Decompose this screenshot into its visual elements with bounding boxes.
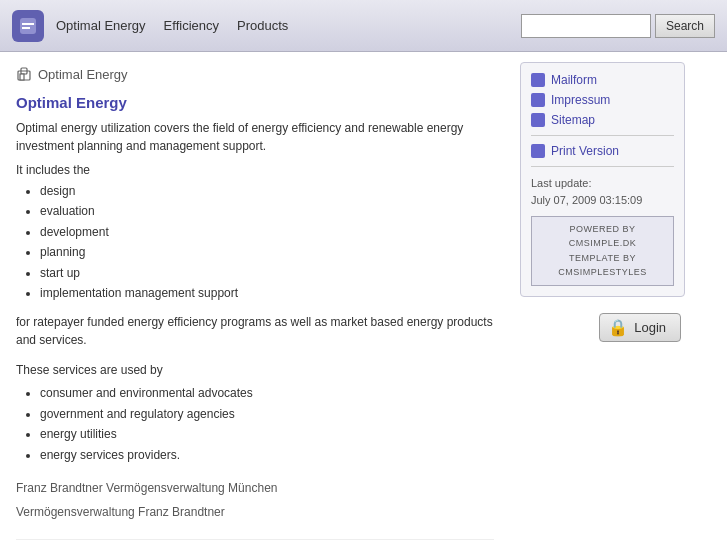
sidebar-nav-links: MailformImpressumSitemap <box>531 73 674 127</box>
sidebar-link[interactable]: Sitemap <box>531 113 674 127</box>
sidebar-link[interactable]: Mailform <box>531 73 674 87</box>
login-area: 🔒 Login <box>520 307 685 348</box>
services-text: These services are used by <box>16 363 494 377</box>
powered-by-line2: TEMPLATE BY CMSIMPLESTYLES <box>538 251 667 280</box>
login-label: Login <box>634 320 666 335</box>
sidebar-link-icon <box>531 73 545 87</box>
nav-home[interactable]: Optimal Energy <box>56 18 146 33</box>
sidebar-divider <box>531 135 674 136</box>
sidebar-link[interactable]: Impressum <box>531 93 674 107</box>
print-icon <box>531 144 545 158</box>
sidebar-link-label: Mailform <box>551 73 597 87</box>
sidebar-box: MailformImpressumSitemap Print Version L… <box>520 62 685 297</box>
sidebar: MailformImpressumSitemap Print Version L… <box>510 52 695 545</box>
feature-list-item: implementation management support <box>40 283 494 303</box>
svg-rect-5 <box>20 74 24 80</box>
feature-list-item: planning <box>40 242 494 262</box>
print-version-link[interactable]: Print Version <box>531 144 674 158</box>
sidebar-link-label: Impressum <box>551 93 610 107</box>
intro-text: Optimal energy utilization covers the fi… <box>16 119 494 155</box>
feature-list-item: development <box>40 222 494 242</box>
last-update: Last update: July 07, 2009 03:15:09 <box>531 175 674 208</box>
closing-text: for ratepayer funded energy efficiency p… <box>16 313 494 349</box>
services-list: consumer and environmental advocatesgove… <box>40 383 494 465</box>
main-content: Optimal Energy Optimal Energy Optimal en… <box>0 52 510 545</box>
header: Optimal Energy Efficiency Products Searc… <box>0 0 727 52</box>
last-update-date: July 07, 2009 03:15:09 <box>531 194 642 206</box>
login-button[interactable]: 🔒 Login <box>599 313 681 342</box>
sidebar-link-label: Sitemap <box>551 113 595 127</box>
feature-list-item: start up <box>40 263 494 283</box>
print-version-label: Print Version <box>551 144 619 158</box>
svg-rect-0 <box>20 18 36 34</box>
sidebar-divider2 <box>531 166 674 167</box>
sidebar-link-icon <box>531 113 545 127</box>
breadcrumb: Optimal Energy <box>16 66 494 82</box>
feature-list-item: evaluation <box>40 201 494 221</box>
powered-by-box: POWERED BY CMSIMPLE.DK TEMPLATE BY CMSIM… <box>531 216 674 286</box>
services-list-item: government and regulatory agencies <box>40 404 494 424</box>
credit1: Franz Brandtner Vermögensverwaltung Münc… <box>16 481 494 495</box>
nav-products[interactable]: Products <box>237 18 288 33</box>
last-update-label: Last update: <box>531 177 592 189</box>
related-links: Home Outdoor Lightingpipe leakMarcellus … <box>16 539 494 545</box>
includes-label: It includes the <box>16 163 494 177</box>
credit2: Vermögensverwaltung Franz Brandtner <box>16 505 494 519</box>
lock-icon: 🔒 <box>608 318 628 337</box>
feature-list: designevaluationdevelopmentplanningstart… <box>40 181 494 303</box>
services-list-item: energy utilities <box>40 424 494 444</box>
page-title: Optimal Energy <box>16 94 494 111</box>
feature-list-item: design <box>40 181 494 201</box>
search-button[interactable]: Search <box>655 14 715 38</box>
search-input[interactable] <box>521 14 651 38</box>
svg-rect-1 <box>22 23 34 25</box>
logo-icon <box>12 10 44 42</box>
services-list-item: consumer and environmental advocates <box>40 383 494 403</box>
services-list-item: energy services providers. <box>40 445 494 465</box>
sidebar-link-icon <box>531 93 545 107</box>
page-layout: Optimal Energy Optimal Energy Optimal en… <box>0 52 727 545</box>
svg-rect-2 <box>22 27 30 29</box>
breadcrumb-icon <box>16 66 32 82</box>
breadcrumb-text: Optimal Energy <box>38 67 128 82</box>
main-nav: Optimal Energy Efficiency Products <box>56 18 521 33</box>
powered-by-line1: POWERED BY CMSIMPLE.DK <box>538 222 667 251</box>
search-area: Search <box>521 14 715 38</box>
nav-efficiency[interactable]: Efficiency <box>164 18 219 33</box>
